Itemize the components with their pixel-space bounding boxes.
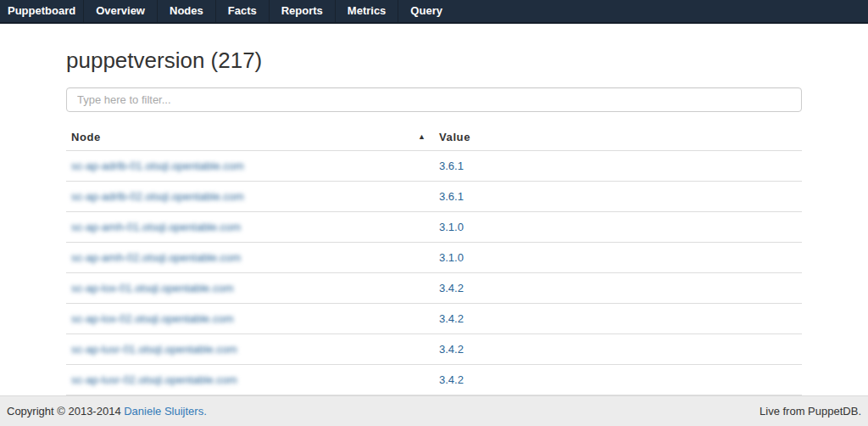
navbar-menu: OverviewNodesFactsReportsMetricsQuery [83, 0, 454, 22]
node-cell: sc-ap-adrlb-02.otsql.opentable.com [66, 182, 434, 212]
fact-value-link[interactable]: 3.1.0 [439, 221, 464, 233]
value-cell: 3.6.1 [434, 151, 802, 182]
column-header-value-label: Value [439, 131, 470, 143]
fact-value-link[interactable]: 3.1.0 [439, 251, 464, 264]
node-link[interactable]: sc-ap-lusr-01.otsql.opentable.com [71, 343, 237, 356]
navbar-brand[interactable]: Puppetboard [0, 0, 83, 22]
facts-table: Node ▲ Value sc-ap-adrlb-01.otsql.openta… [66, 124, 802, 426]
node-link[interactable]: sc-ap-adrlb-01.otsql.opentable.com [71, 160, 244, 172]
value-cell: 3.6.1 [434, 182, 802, 212]
table-row: sc-ap-lox-02.otsql.opentable.com3.4.2 [66, 304, 802, 334]
node-link[interactable]: sc-ap-adrlb-02.otsql.opentable.com [71, 190, 244, 203]
footer-copyright: Copyright © 2013-2014 Daniele Sluijters. [7, 405, 207, 418]
value-cell: 3.1.0 [434, 212, 802, 243]
node-cell: sc-ap-amh-02.otsql.opentable.com [66, 243, 434, 273]
node-link[interactable]: sc-ap-amh-02.otsql.opentable.com [71, 251, 241, 264]
fact-value-link[interactable]: 3.6.1 [439, 190, 464, 203]
value-cell: 3.4.2 [434, 273, 802, 304]
column-header-value[interactable]: Value [434, 124, 802, 151]
node-cell: sc-ap-amh-01.otsql.opentable.com [66, 212, 434, 243]
table-row: sc-ap-lusr-02.otsql.opentable.com3.4.2 [66, 365, 802, 395]
fact-value-link[interactable]: 3.4.2 [439, 343, 464, 356]
column-header-node[interactable]: Node ▲ [66, 124, 434, 151]
table-header-row: Node ▲ Value [66, 124, 802, 151]
table-row: sc-ap-amh-01.otsql.opentable.com3.1.0 [66, 212, 802, 243]
nav-item-metrics[interactable]: Metrics [335, 0, 398, 22]
nav-item-facts[interactable]: Facts [215, 0, 269, 22]
table-row: sc-ap-adrlb-01.otsql.opentable.com3.6.1 [66, 151, 802, 182]
node-cell: sc-ap-lox-02.otsql.opentable.com [66, 304, 434, 334]
filter-input[interactable] [66, 87, 802, 112]
table-body: sc-ap-adrlb-01.otsql.opentable.com3.6.1s… [66, 151, 802, 426]
navbar: Puppetboard OverviewNodesFactsReportsMet… [0, 0, 868, 24]
node-cell: sc-ap-lusr-01.otsql.opentable.com [66, 334, 434, 365]
value-cell: 3.4.2 [434, 334, 802, 365]
nav-item-reports[interactable]: Reports [269, 0, 335, 22]
table-row: sc-ap-lusr-01.otsql.opentable.com3.4.2 [66, 334, 802, 365]
value-cell: 3.1.0 [434, 243, 802, 273]
sort-ascending-icon: ▲ [418, 132, 426, 141]
fact-value-link[interactable]: 3.4.2 [439, 312, 464, 325]
footer-live-status: Live from PuppetDB. [760, 405, 861, 418]
footer-copyright-text: Copyright © 2013-2014 [7, 405, 124, 418]
nav-item-query[interactable]: Query [398, 0, 454, 22]
node-link[interactable]: sc-ap-lusr-02.otsql.opentable.com [71, 373, 237, 386]
node-link[interactable]: sc-ap-lox-02.otsql.opentable.com [71, 312, 234, 325]
fact-value-link[interactable]: 3.6.1 [439, 160, 464, 172]
column-header-node-label: Node [71, 131, 101, 143]
node-link[interactable]: sc-ap-amh-01.otsql.opentable.com [71, 221, 241, 233]
main-content: puppetversion (217) Node ▲ Value sc-ap-a… [66, 48, 802, 426]
author-link[interactable]: Daniele Sluijters. [124, 405, 207, 418]
footer: Copyright © 2013-2014 Daniele Sluijters.… [0, 395, 868, 426]
table-row: sc-ap-amh-02.otsql.opentable.com3.1.0 [66, 243, 802, 273]
nav-item-overview[interactable]: Overview [83, 0, 157, 22]
node-cell: sc-ap-adrlb-01.otsql.opentable.com [66, 151, 434, 182]
nav-item-nodes[interactable]: Nodes [157, 0, 215, 22]
value-cell: 3.4.2 [434, 304, 802, 334]
node-link[interactable]: sc-ap-lox-01.otsql.opentable.com [71, 282, 234, 294]
table-row: sc-ap-adrlb-02.otsql.opentable.com3.6.1 [66, 182, 802, 212]
node-cell: sc-ap-lusr-02.otsql.opentable.com [66, 365, 434, 395]
page-title: puppetversion (217) [66, 48, 802, 74]
fact-value-link[interactable]: 3.4.2 [439, 282, 464, 294]
fact-value-link[interactable]: 3.4.2 [439, 373, 464, 386]
table-row: sc-ap-lox-01.otsql.opentable.com3.4.2 [66, 273, 802, 304]
value-cell: 3.4.2 [434, 365, 802, 395]
node-cell: sc-ap-lox-01.otsql.opentable.com [66, 273, 434, 304]
